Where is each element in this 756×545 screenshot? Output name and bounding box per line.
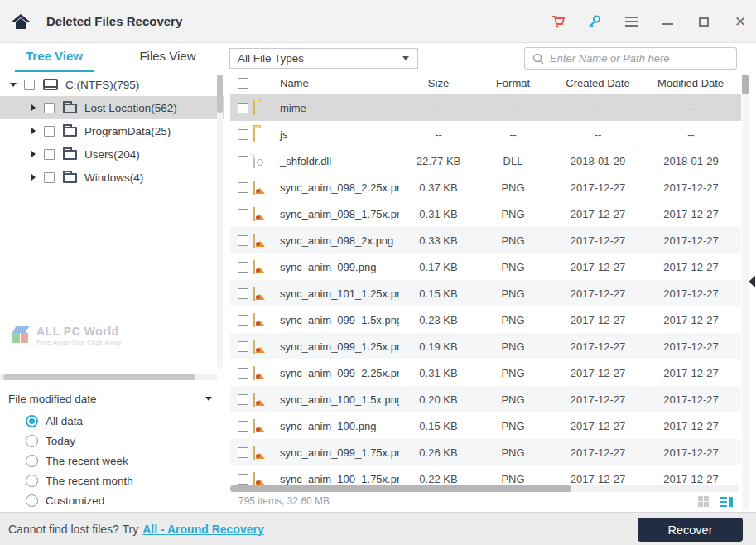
checkbox[interactable] (238, 209, 248, 219)
search-box[interactable] (524, 47, 737, 70)
checkbox[interactable] (24, 80, 35, 90)
scrollbar-thumb[interactable] (742, 75, 749, 94)
scrollbar-thumb[interactable] (217, 75, 223, 113)
table-row[interactable]: sync_anim_099.png0.17 KBPNG2017-12-27201… (230, 253, 741, 280)
recover-button[interactable]: Recover (638, 518, 743, 542)
grid-view-icon[interactable] (698, 496, 709, 507)
file-format: PNG (478, 473, 548, 485)
checkbox[interactable] (44, 103, 55, 113)
column-header-format[interactable]: Format (478, 77, 548, 89)
chevron-right-icon[interactable] (31, 104, 36, 111)
maximize-button[interactable] (695, 12, 713, 31)
checkbox[interactable] (44, 126, 55, 137)
tree-vertical-scrollbar[interactable] (217, 75, 223, 369)
chevron-right-icon[interactable] (31, 174, 36, 181)
tree-item-folder[interactable]: Windows(4) (0, 166, 224, 189)
filter-option[interactable]: Today (26, 433, 75, 448)
menu-icon[interactable] (622, 12, 640, 31)
table-row[interactable]: sync_anim_098_1.75x.png0.31 KBPNG2017-12… (230, 200, 741, 227)
tree-horizontal-scrollbar[interactable] (0, 374, 217, 380)
chevron-down-icon[interactable] (10, 83, 17, 87)
filter-option[interactable]: The recent month (26, 473, 133, 488)
table-row[interactable]: sync_anim_099_1.5x.png0.23 KBPNG2017-12-… (230, 306, 741, 333)
radio-icon[interactable] (26, 435, 38, 447)
search-input[interactable] (550, 52, 730, 65)
tree-item-drive[interactable]: C:(NTFS)(795) (0, 73, 224, 96)
image-icon (253, 340, 275, 353)
radio-icon[interactable] (26, 455, 38, 467)
table-row[interactable]: js-------- (230, 121, 741, 147)
column-header-modified[interactable]: Modified Date (648, 77, 734, 89)
checkbox[interactable] (238, 156, 248, 166)
file-size: 0.26 KB (399, 446, 478, 459)
file-type-dropdown[interactable]: All File Types (229, 48, 418, 69)
column-header-size[interactable]: Size (399, 77, 478, 89)
checkbox[interactable] (238, 235, 248, 246)
checkbox[interactable] (44, 172, 55, 183)
table-row[interactable]: sync_anim_099_2.25x.png0.31 KBPNG2017-12… (230, 359, 741, 386)
list-view-icon[interactable] (720, 496, 733, 507)
checkbox[interactable] (238, 421, 248, 432)
close-button[interactable]: ✕ (731, 12, 749, 31)
filter-option[interactable]: Customized (26, 493, 104, 508)
file-modified-date: 2017-12-27 (648, 287, 734, 300)
checkbox[interactable] (238, 262, 248, 272)
cart-icon[interactable] (549, 12, 567, 31)
minimize-button[interactable] (658, 12, 677, 31)
scrollbar-thumb[interactable] (3, 374, 195, 380)
filter-option[interactable]: The recent week (26, 453, 128, 468)
filter-option[interactable]: All data (26, 413, 83, 428)
checkbox[interactable] (238, 394, 248, 405)
checkbox[interactable] (44, 149, 55, 160)
tree-item-folder[interactable]: Lost Location(562) (0, 96, 224, 119)
radio-icon[interactable] (26, 494, 38, 507)
tree-item-folder[interactable]: ProgramData(25) (0, 119, 224, 142)
collapse-panel-arrow-icon[interactable] (749, 276, 755, 287)
table-row[interactable]: sync_anim_098_2x.png0.33 KBPNG2017-12-27… (230, 227, 741, 253)
checkbox[interactable] (238, 103, 248, 113)
table-row[interactable]: sync_anim_100_1.5x.png0.20 KBPNG2017-12-… (230, 386, 741, 412)
all-around-recovery-link[interactable]: All - Around Recovery (142, 523, 264, 536)
file-modified-date: 2017-12-27 (648, 314, 734, 326)
table-row[interactable]: sync_anim_099_1.25x.png0.19 KBPNG2017-12… (230, 333, 741, 359)
table-row[interactable]: mime-------- (230, 94, 741, 121)
home-icon[interactable] (10, 11, 31, 32)
radio-icon[interactable] (26, 475, 38, 487)
table-row[interactable]: _shfoldr.dll22.77 KBDLL2018-01-292018-01… (230, 147, 741, 174)
dll-glyph (253, 154, 255, 168)
chevron-right-icon[interactable] (31, 128, 36, 134)
table-row[interactable]: sync_anim_098_2.25x.png0.37 KBPNG2017-12… (230, 174, 741, 200)
checkbox[interactable] (238, 182, 248, 193)
checkbox[interactable] (238, 368, 248, 379)
checkbox[interactable] (238, 129, 248, 140)
file-format: PNG (478, 208, 548, 220)
tab-tree-view[interactable]: Tree View (15, 44, 94, 72)
table-row[interactable]: sync_anim_099_1.75x.png0.26 KBPNG2017-12… (230, 439, 741, 465)
column-header-created[interactable]: Created Date (548, 77, 648, 89)
table-row[interactable]: sync_anim_100.png0.15 KBPNG2017-12-27201… (230, 412, 741, 439)
tree-item-label: Lost Location(562) (84, 102, 177, 114)
watermark-title: ALL PC World (36, 325, 122, 338)
checkbox[interactable] (238, 315, 248, 326)
file-name: sync_anim_099_2.25x.png (275, 367, 399, 379)
chevron-down-icon[interactable] (205, 397, 212, 401)
table-vertical-scrollbar[interactable] (742, 74, 749, 510)
tab-files-view[interactable]: Files View (128, 44, 207, 72)
checkbox[interactable] (238, 474, 248, 485)
tree-item-folder[interactable]: Users(204) (0, 142, 224, 166)
file-created-date: 2017-12-27 (548, 473, 648, 485)
watermark-logo-icon (12, 326, 30, 345)
radio-selected-icon[interactable] (26, 415, 38, 427)
table-horizontal-scrollbar[interactable] (230, 485, 739, 492)
key-icon[interactable] (585, 12, 604, 31)
file-size: 0.19 KB (399, 340, 478, 353)
checkbox[interactable] (238, 341, 248, 352)
select-all-checkbox[interactable] (238, 78, 248, 89)
chevron-right-icon[interactable] (31, 151, 36, 157)
table-row[interactable]: sync_anim_101_1.25x.png0.15 KBPNG2017-12… (230, 280, 741, 306)
column-header-name[interactable]: Name (275, 77, 399, 89)
checkbox[interactable] (238, 447, 248, 458)
checkbox[interactable] (238, 288, 248, 299)
scrollbar-thumb[interactable] (230, 485, 571, 492)
filter-option-label: All data (46, 415, 83, 427)
